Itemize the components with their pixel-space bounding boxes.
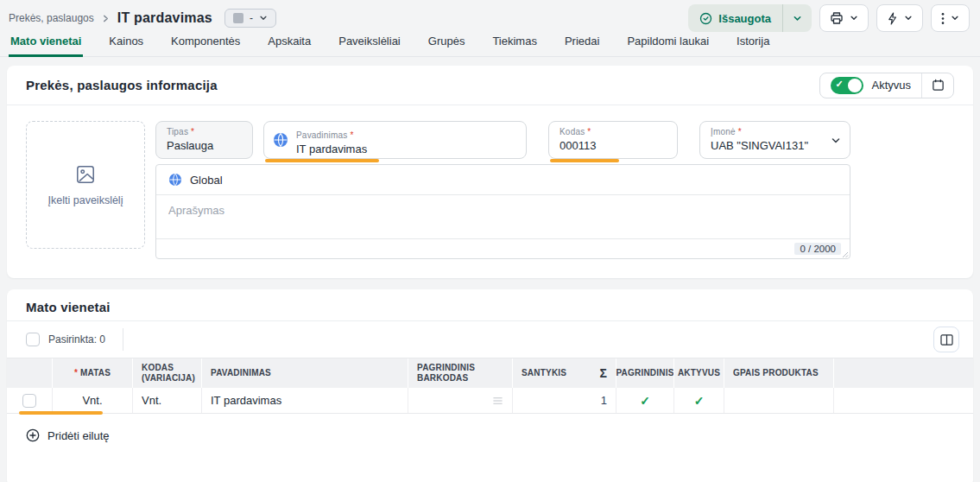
table-row[interactable]: Vnt. Vnt. IT pardavimas 1 ✓ ✓ [7,388,973,414]
divider [123,328,123,351]
cell-matas[interactable]: Vnt. [52,388,132,413]
select-all-checkbox[interactable] [26,333,40,346]
header-empty [833,358,973,388]
cell-barkodas[interactable] [408,388,512,413]
code-input[interactable] [560,139,667,152]
printer-icon [830,11,844,25]
tab-papildomi-laukai[interactable]: Papildomi laukai [625,33,711,57]
tab-komponentes[interactable]: Komponentės [169,33,242,57]
check-icon: ✓ [640,394,650,408]
header-santykis[interactable]: SANTYKISΣ [512,358,616,388]
active-toggle-group: ✓ Aktyvus [819,73,954,98]
toggle-on-icon[interactable]: ✓ [831,77,863,94]
image-upload-dropzone[interactable]: Įkelti paveikslėlį [26,121,145,249]
active-toggle-label: Aktyvus [871,79,911,92]
chevron-down-icon [951,14,959,22]
cell-pavadinimas[interactable]: IT pardavimas [201,388,408,413]
name-input[interactable] [296,143,515,155]
fields-row: Tipas * Paslauga Pavadinimas * Kodas * [155,121,850,159]
header-pavadinimas[interactable]: PAVADINIMAS [201,358,408,388]
type-field-label: Tipas [167,127,188,136]
company-field-label: Įmonė [711,127,736,136]
type-field: Tipas * Paslauga [155,121,253,159]
info-card-title: Prekės, paslaugos informacija [26,78,218,92]
cell-gpais[interactable] [724,388,833,413]
name-field-label: Pavadinimas [296,130,347,140]
header-gpais-produktas[interactable]: GPAIS PRODUKTAS [724,358,833,388]
tab-priedai[interactable]: Priedai [563,33,601,57]
type-field-value: Paslauga [167,139,242,152]
header-aktyvus[interactable]: AKTYVUS [673,358,724,388]
plus-circle-icon [26,428,40,442]
drag-handle-icon[interactable] [492,396,503,405]
description-textarea[interactable] [156,195,850,235]
kebab-menu-icon [941,12,945,25]
add-row-button[interactable]: Pridėti eilutę [7,414,129,457]
header-checkbox-column [7,358,52,388]
company-select[interactable]: Įmonė * UAB "SINGVAI131" [699,121,850,159]
tab-paveiksleliai[interactable]: Paveikslėliai [337,33,402,57]
chevron-down-icon [904,14,913,22]
column-settings-button[interactable] [933,327,959,352]
chevron-down-icon [259,14,268,22]
calendar-button[interactable] [922,73,953,98]
variant-swatch-icon [233,13,243,23]
header-kodas-variacija[interactable]: KODAS (VARIACIJA) [132,358,201,388]
description-panel: Global 0 / 2000 [155,164,850,259]
breadcrumb: Prekės, paslaugos IT pardavimas - [9,9,276,28]
company-field-value: UAB "SINGVAI131" [711,139,839,152]
tab-tiekimas[interactable]: Tiekimas [490,33,539,57]
cell-santykis[interactable]: 1 [512,388,616,413]
saved-check-icon [699,12,712,25]
header-actions: Išsaugota [688,4,970,32]
code-field-label: Kodas [560,127,585,136]
cell-kodas[interactable]: Vnt. [132,388,201,413]
tab-bar: Mato vienetai Kainos Komponentės Apskait… [0,33,980,57]
active-toggle[interactable]: ✓ Aktyvus [820,73,921,98]
sum-icon[interactable]: Σ [599,366,607,381]
top-bar: Prekės, paslaugos IT pardavimas - Išsaug… [0,0,980,33]
lightning-icon [887,12,898,25]
tab-kainos[interactable]: Kainos [107,33,145,57]
name-field[interactable]: Pavadinimas * [263,121,527,159]
units-card-title: Mato vienetai [26,300,111,314]
header-pagrindinis[interactable]: PAGRINDINIS [616,358,673,388]
units-table: * MATAS KODAS (VARIACIJA) PAVADINIMAS PA… [7,358,973,414]
saved-dropdown-chevron-icon[interactable] [783,4,812,32]
tab-grupes[interactable]: Grupės [427,33,467,57]
header-pagrindinis-barkodas[interactable]: PAGRINDINIS BARKODAS [408,358,512,388]
header-matas[interactable]: * MATAS [52,358,132,388]
selected-count-label: Pasirinkta: 0 [48,333,105,346]
row-checkbox[interactable] [22,394,36,408]
resize-handle-icon[interactable] [841,251,849,258]
description-language-tab[interactable]: Global [156,165,850,195]
image-icon [74,163,97,186]
saved-status-button[interactable]: Išsaugota [688,4,812,32]
tab-mato-vienetai[interactable]: Mato vienetai [9,33,83,57]
tab-apskaita[interactable]: Apskaita [266,33,313,57]
upload-label: Įkelti paveikslėlį [48,194,123,206]
code-field[interactable]: Kodas * [548,121,678,159]
cell-pagrindinis: ✓ [616,388,673,413]
globe-icon [273,132,288,148]
cell-empty [833,388,973,413]
quick-actions-button[interactable] [876,4,923,32]
print-button[interactable] [819,4,869,32]
saved-status-label: Išsaugota [718,12,771,25]
chevron-down-icon [831,136,841,146]
more-menu-button[interactable] [931,4,970,32]
add-row-label: Pridėti eilutę [47,429,110,442]
globe-icon [168,173,182,187]
units-card: Mato vienetai Pasirinkta: 0 * MATAS KODA… [7,289,973,482]
cell-aktyvus: ✓ [673,388,724,413]
units-toolbar: Pasirinkta: 0 [7,321,973,358]
variant-selector[interactable]: - [224,9,276,28]
page-title: IT pardavimas [117,10,212,26]
variant-value: - [250,13,253,23]
tab-istorija[interactable]: Istorija [735,33,771,57]
chevron-right-icon [102,15,110,22]
modified-indicator [265,159,379,162]
breadcrumb-parent[interactable]: Prekės, paslaugos [9,12,94,24]
check-icon: ✓ [694,394,705,408]
modified-indicator [19,411,103,415]
